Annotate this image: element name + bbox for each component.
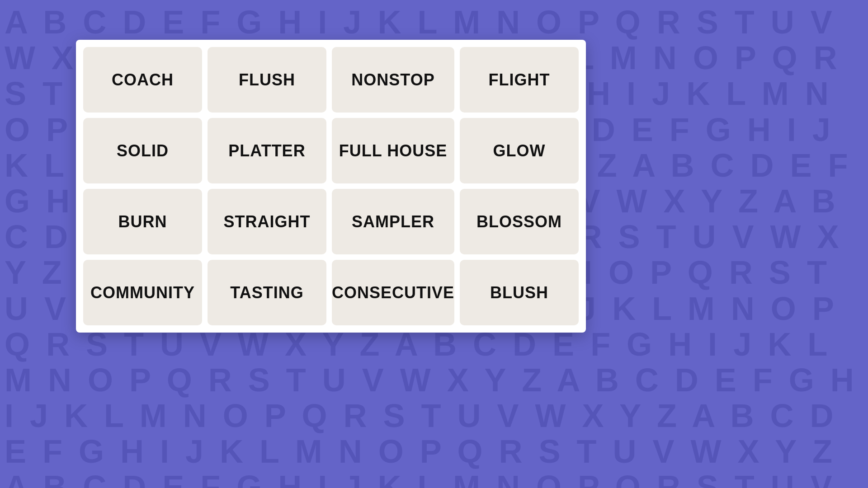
word-card-label-15: CONSECUTIVE xyxy=(332,283,454,302)
card-panel: COACHFLUSHNONSTOPFLIGHTSOLIDPLATTERFULL … xyxy=(76,40,586,333)
word-card-label-8: GLOW xyxy=(493,141,546,160)
word-card-1[interactable]: COACH xyxy=(83,47,202,113)
word-card-12[interactable]: BLOSSOM xyxy=(460,189,579,254)
word-card-8[interactable]: GLOW xyxy=(460,118,579,183)
word-card-label-13: COMMUNITY xyxy=(90,283,195,302)
word-card-9[interactable]: BURN xyxy=(83,189,202,254)
word-card-label-14: TASTING xyxy=(230,283,303,302)
word-card-10[interactable]: STRAIGHT xyxy=(208,189,326,254)
word-card-label-11: SAMPLER xyxy=(352,212,434,231)
word-card-label-16: BLUSH xyxy=(490,283,548,302)
word-card-15[interactable]: CONSECUTIVE xyxy=(332,260,454,325)
word-card-16[interactable]: BLUSH xyxy=(460,260,579,325)
word-card-11[interactable]: SAMPLER xyxy=(332,189,454,254)
word-card-3[interactable]: NONSTOP xyxy=(332,47,454,113)
word-card-label-5: SOLID xyxy=(117,141,169,160)
word-card-7[interactable]: FULL HOUSE xyxy=(332,118,454,183)
word-card-label-9: BURN xyxy=(118,212,167,231)
word-card-label-3: NONSTOP xyxy=(351,70,434,89)
word-card-2[interactable]: FLUSH xyxy=(208,47,326,113)
word-card-5[interactable]: SOLID xyxy=(83,118,202,183)
word-card-label-6: PLATTER xyxy=(228,141,305,160)
word-card-14[interactable]: TASTING xyxy=(208,260,326,325)
word-card-label-2: FLUSH xyxy=(239,70,295,89)
word-card-6[interactable]: PLATTER xyxy=(208,118,326,183)
word-card-label-1: COACH xyxy=(112,70,174,89)
word-card-4[interactable]: FLIGHT xyxy=(460,47,579,113)
word-card-label-4: FLIGHT xyxy=(489,70,550,89)
word-card-label-10: STRAIGHT xyxy=(223,212,310,231)
word-card-label-12: BLOSSOM xyxy=(476,212,562,231)
word-card-13[interactable]: COMMUNITY xyxy=(83,260,202,325)
word-card-label-7: FULL HOUSE xyxy=(339,141,447,160)
